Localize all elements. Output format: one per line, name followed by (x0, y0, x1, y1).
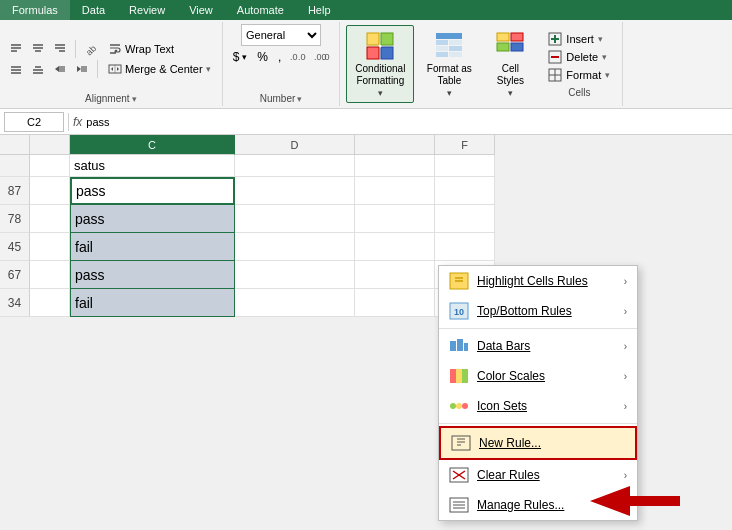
cell-f4[interactable] (435, 233, 495, 261)
cell-e1[interactable] (355, 155, 435, 177)
wrap-text-btn[interactable]: Wrap Text (103, 40, 179, 58)
cell-b5[interactable] (30, 261, 70, 289)
ribbon-body: ab Wrap Text (0, 20, 732, 108)
conditional-formatting-arrow[interactable]: ▾ (378, 88, 383, 98)
svg-rect-46 (497, 33, 509, 41)
cell-d6[interactable] (235, 289, 355, 317)
cell-d1[interactable] (235, 155, 355, 177)
cell-b2[interactable] (30, 177, 70, 205)
align-top-left-btn[interactable] (6, 40, 26, 58)
col-header-d[interactable]: D (235, 135, 355, 155)
menu-item-top-bottom[interactable]: 10 Top/Bottom Rules › (439, 296, 637, 326)
grid-row-5: 67 pass (0, 261, 495, 289)
cell-styles-btn[interactable]: CellStyles ▾ (484, 26, 536, 102)
dec-increase-btn[interactable]: .0.00 (287, 49, 309, 65)
col-header-b[interactable] (30, 135, 70, 155)
currency-arrow[interactable]: ▾ (242, 52, 247, 62)
cell-e2[interactable] (355, 177, 435, 205)
number-format-select[interactable]: General Number Currency Percentage Date (241, 24, 321, 46)
cell-d2[interactable] (235, 177, 355, 205)
cell-c5[interactable]: pass (70, 261, 235, 289)
svg-line-38 (379, 45, 381, 47)
cell-c1[interactable]: satus (70, 155, 235, 177)
menu-item-new-rule[interactable]: New Rule... (439, 426, 637, 460)
cell-styles-label: CellStyles (490, 63, 530, 87)
col-header-f[interactable]: F (435, 135, 495, 155)
format-btn[interactable]: Format ▾ (542, 67, 616, 83)
row-header-6[interactable]: 34 (0, 289, 30, 317)
format-table-arrow[interactable]: ▾ (447, 88, 452, 98)
svg-rect-72 (452, 436, 470, 450)
name-box[interactable] (4, 112, 64, 132)
formula-input[interactable] (86, 112, 728, 132)
cell-c3[interactable]: pass (70, 205, 235, 233)
cell-d3[interactable] (235, 205, 355, 233)
icon-sets-label: Icon Sets (477, 399, 616, 413)
conditional-formatting-btn[interactable]: ConditionalFormatting ▾ (346, 25, 414, 103)
cell-e5[interactable] (355, 261, 435, 289)
row-header-2[interactable]: 87 (0, 177, 30, 205)
svg-text:10: 10 (454, 307, 464, 317)
tab-automate[interactable]: Automate (225, 0, 296, 20)
number-dialog-icon[interactable]: ▾ (297, 94, 302, 104)
svg-rect-63 (450, 341, 456, 351)
insert-arrow[interactable]: ▾ (598, 34, 603, 44)
col-header-c[interactable]: C (70, 135, 235, 155)
orientation-btn[interactable]: ab (81, 40, 101, 58)
indent-dec-icon (53, 62, 67, 76)
cell-e4[interactable] (355, 233, 435, 261)
delete-btn[interactable]: Delete ▾ (542, 49, 616, 65)
menu-item-data-bars[interactable]: Data Bars › (439, 331, 637, 361)
percent-btn[interactable]: % (253, 49, 272, 65)
row-header-1[interactable] (0, 155, 30, 177)
comma-btn[interactable]: , (274, 49, 285, 65)
align-top-right-btn[interactable] (50, 40, 70, 58)
delete-arrow[interactable]: ▾ (602, 52, 607, 62)
merge-dropdown-icon[interactable]: ▾ (206, 64, 211, 74)
cell-f2[interactable] (435, 177, 495, 205)
row-header-4[interactable]: 45 (0, 233, 30, 261)
align-top-center-btn[interactable] (28, 40, 48, 58)
align-bottom-left-btn[interactable] (6, 60, 26, 78)
svg-marker-83 (590, 486, 680, 516)
merge-center-btn[interactable]: Merge & Center ▾ (103, 60, 216, 78)
wrap-text-icon (108, 42, 122, 56)
cell-b6[interactable] (30, 289, 70, 317)
cell-f1[interactable] (435, 155, 495, 177)
tab-help[interactable]: Help (296, 0, 343, 20)
spreadsheet-area: C D F satus 87 pass 78 (0, 135, 732, 317)
cell-b4[interactable] (30, 233, 70, 261)
row-header-5[interactable]: 67 (0, 261, 30, 289)
svg-rect-47 (511, 33, 523, 41)
indent-increase-btn[interactable] (72, 60, 92, 78)
dec-decrease-btn[interactable]: .00.0 (311, 49, 333, 65)
menu-item-icon-sets[interactable]: Icon Sets › (439, 391, 637, 421)
align-bottom-center-btn[interactable] (28, 60, 48, 78)
format-as-table-btn[interactable]: Format asTable ▾ (416, 26, 482, 102)
cell-c6[interactable]: fail (70, 289, 235, 317)
cell-d5[interactable] (235, 261, 355, 289)
alignment-dialog-icon[interactable]: ▾ (132, 94, 137, 104)
row-header-3[interactable]: 78 (0, 205, 30, 233)
svg-rect-66 (450, 369, 456, 383)
tab-formulas[interactable]: Formulas (0, 0, 70, 20)
cell-c2-selected[interactable]: pass (70, 177, 235, 205)
cell-e3[interactable] (355, 205, 435, 233)
cell-b3[interactable] (30, 205, 70, 233)
menu-item-color-scales[interactable]: Color Scales › (439, 361, 637, 391)
tab-review[interactable]: Review (117, 0, 177, 20)
cell-styles-arrow[interactable]: ▾ (508, 88, 513, 98)
tab-data[interactable]: Data (70, 0, 117, 20)
cell-c4[interactable]: fail (70, 233, 235, 261)
cell-e6[interactable] (355, 289, 435, 317)
tab-view[interactable]: View (177, 0, 225, 20)
col-header-e[interactable] (355, 135, 435, 155)
menu-item-highlight-cells[interactable]: Highlight Cells Rules › (439, 266, 637, 296)
insert-btn[interactable]: Insert ▾ (542, 31, 616, 47)
cell-b1[interactable] (30, 155, 70, 177)
cell-d4[interactable] (235, 233, 355, 261)
indent-decrease-btn[interactable] (50, 60, 70, 78)
currency-btn[interactable]: $ ▾ (229, 49, 252, 65)
cell-f3[interactable] (435, 205, 495, 233)
format-arrow[interactable]: ▾ (605, 70, 610, 80)
